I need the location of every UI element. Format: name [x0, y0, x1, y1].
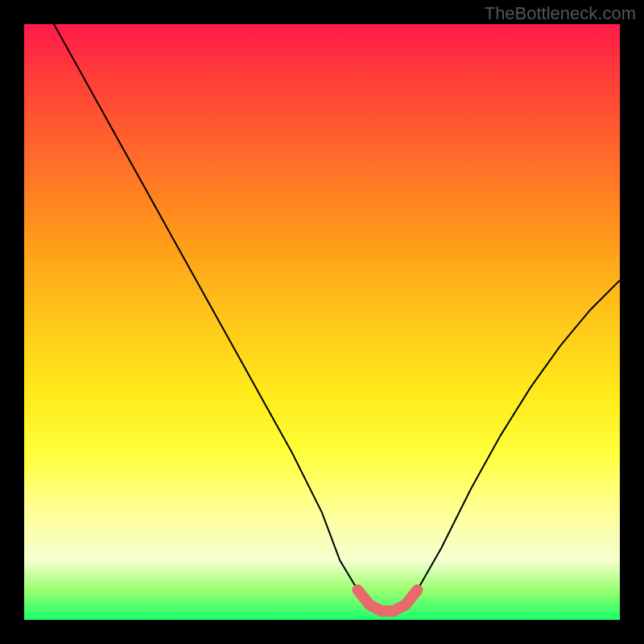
watermark-text: TheBottleneck.com	[485, 3, 636, 24]
chart-svg	[24, 24, 620, 620]
highlight-band-line	[357, 590, 417, 611]
bottleneck-curve-line	[54, 24, 620, 611]
chart-plot-area	[24, 24, 620, 620]
